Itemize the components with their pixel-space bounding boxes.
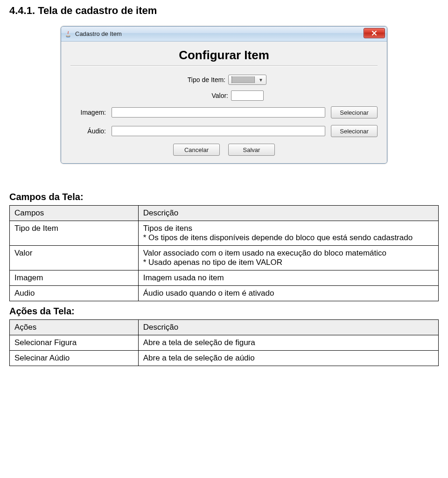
cancelar-button[interactable]: Cancelar xyxy=(173,144,220,156)
acoes-head-col2: Descrição xyxy=(138,320,438,335)
label-valor: Valor: xyxy=(184,92,231,99)
cell: Áudio usado quando o item é ativado xyxy=(138,286,438,301)
valor-input[interactable] xyxy=(231,90,264,101)
imagem-input[interactable] xyxy=(112,107,325,118)
close-button[interactable] xyxy=(364,28,385,38)
cell: Selecinar Aúdio xyxy=(10,351,139,366)
acoes-head-col1: Ações xyxy=(10,320,139,335)
cell: Selecionar Figura xyxy=(10,335,139,351)
java-icon xyxy=(64,30,72,38)
combo-value xyxy=(231,76,255,83)
salvar-button[interactable]: Salvar xyxy=(228,144,275,156)
table-row: Audio Áudio usado quando o item é ativad… xyxy=(10,286,439,301)
divider xyxy=(70,65,378,66)
acoes-table: Ações Descrição Selecionar Figura Abre a… xyxy=(9,319,439,366)
dialog-heading: Configurar Item xyxy=(70,48,378,62)
table-row: Selecionar Figura Abre a tela de seleção… xyxy=(10,335,439,351)
selecionar-audio-button[interactable]: Selecionar xyxy=(331,125,378,137)
label-imagem: Imagem: xyxy=(70,109,106,116)
cell: Tipo de Item xyxy=(10,221,139,246)
dialog-body: Configurar Item Tipo de Item: ▼ Valor: I… xyxy=(61,42,387,163)
chevron-down-icon: ▼ xyxy=(257,76,265,84)
cell: Valor xyxy=(10,246,139,270)
label-audio: Áudio: xyxy=(70,127,106,135)
acoes-title: Ações da Tela: xyxy=(9,306,439,317)
cell: Tipos de itens* Os tipos de itens dispon… xyxy=(138,221,438,246)
section-heading: 4.4.1. Tela de cadastro de item xyxy=(9,5,439,17)
campos-head-col2: Descrição xyxy=(138,206,438,221)
tipo-combobox[interactable]: ▼ xyxy=(228,75,266,85)
table-row: Imagem Imagem usada no item xyxy=(10,270,439,286)
cell: Abre a tela de seleção de figura xyxy=(138,335,438,351)
table-row: Valor Valor associado com o item usado n… xyxy=(10,246,439,270)
dialog-window: Cadastro de Item Configurar Item Tipo de… xyxy=(61,26,387,164)
cell: Imagem xyxy=(10,270,139,286)
table-row: Selecinar Aúdio Abre a tela de seleção d… xyxy=(10,351,439,366)
close-icon xyxy=(371,30,377,36)
cell: Imagem usada no item xyxy=(138,270,438,286)
titlebar: Cadastro de Item xyxy=(61,27,387,42)
label-tipo: Tipo de Item: xyxy=(182,76,228,83)
campos-title: Campos da Tela: xyxy=(9,192,439,202)
campos-table: Campos Descrição Tipo de Item Tipos de i… xyxy=(9,205,439,301)
campos-head-col1: Campos xyxy=(10,206,139,221)
audio-input[interactable] xyxy=(112,126,325,136)
cell: Valor associado com o item usado na exec… xyxy=(138,246,438,270)
cell: Abre a tela de seleção de aúdio xyxy=(138,351,438,366)
table-row: Tipo de Item Tipos de itens* Os tipos de… xyxy=(10,221,439,246)
selecionar-imagem-button[interactable]: Selecionar xyxy=(331,106,378,118)
window-title: Cadastro de Item xyxy=(75,30,122,37)
cell: Audio xyxy=(10,286,139,301)
